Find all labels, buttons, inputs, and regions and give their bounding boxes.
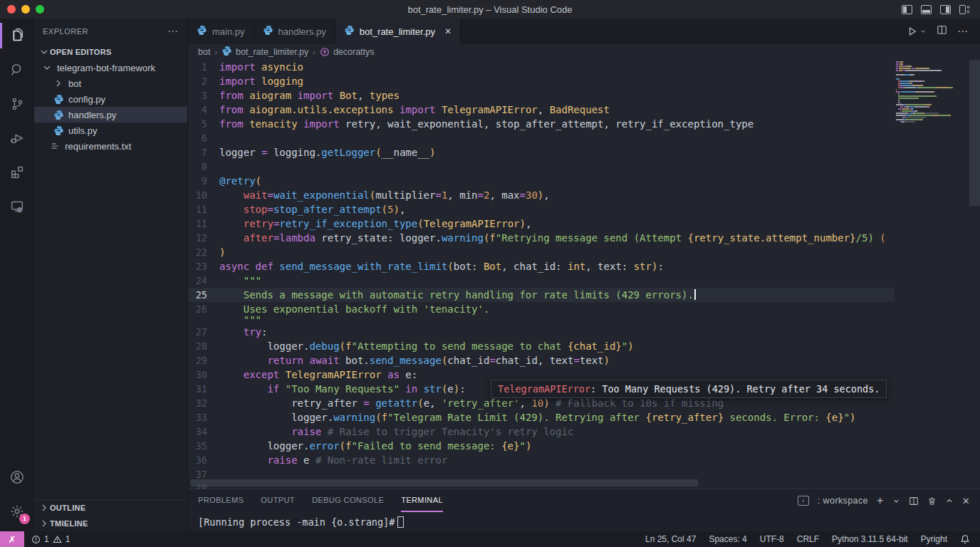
toggle-panel-icon[interactable] xyxy=(921,5,932,14)
line-number: 11 xyxy=(188,217,219,231)
warning-icon xyxy=(53,535,62,544)
code-line-8[interactable]: 8 xyxy=(188,160,895,174)
search-icon[interactable] xyxy=(0,53,34,87)
status-item-ln-25-col-47[interactable]: Ln 25, Col 47 xyxy=(645,534,696,544)
line-number: 27 xyxy=(188,325,219,339)
code-line-4[interactable]: 4from aiogram.utils.exceptions import Te… xyxy=(188,103,895,117)
more-actions-icon[interactable]: ⋯ xyxy=(957,25,969,38)
remote-indicator[interactable]: ✗ xyxy=(0,531,24,547)
status-item-python-3-11-5-64-bit[interactable]: Python 3.11.5 64-bit xyxy=(832,534,908,544)
breadcrumb-item[interactable]: bot xyxy=(198,47,210,57)
status-item-crlf[interactable]: CRLF xyxy=(797,534,819,544)
zoom-window-button[interactable] xyxy=(36,5,44,14)
tree-item-config-py[interactable]: config.py xyxy=(34,91,187,107)
source-control-icon[interactable] xyxy=(0,87,34,121)
sidebar-more-icon[interactable]: ⋯ xyxy=(167,25,179,38)
code-line-3[interactable]: 3from aiogram import Bot, types xyxy=(188,88,895,103)
code-line-11[interactable]: 11 retry=retry_if_exception_type(Telegra… xyxy=(188,217,895,231)
problems-status[interactable]: 1 1 xyxy=(24,534,70,544)
minimap[interactable] xyxy=(896,61,966,127)
remote-explorer-icon[interactable] xyxy=(0,189,34,224)
customize-layout-icon[interactable] xyxy=(959,5,970,14)
tree-item-requirements-txt[interactable]: requirements.txt xyxy=(34,138,187,154)
code-line-6[interactable]: 6 xyxy=(188,131,895,145)
code-line-22[interactable]: 22) xyxy=(188,245,895,259)
tree-item-label: requirements.txt xyxy=(65,141,131,152)
code-line-5[interactable]: 5from tenacity import retry, wait_expone… xyxy=(188,117,895,131)
code-line-31[interactable]: 31 if "Too Many Requests" in str(e):Tele… xyxy=(188,382,895,396)
accounts-icon[interactable] xyxy=(0,460,34,494)
titlebar: bot_rate_limiter.py – Visual Studio Code xyxy=(0,0,980,19)
symbol-icon xyxy=(320,47,330,57)
code-line-32[interactable]: 32 retry_after = getattr(e, 'retry_after… xyxy=(188,396,895,410)
tab-bot-rate-limiter-py[interactable]: bot_rate_limiter.py✕ xyxy=(335,19,461,44)
code-line-7[interactable]: 7logger = logging.getLogger(__name__) xyxy=(188,145,895,160)
code-line-35[interactable]: 35 logger.error(f"Failed to send message… xyxy=(188,439,895,453)
line-text: retry_after = getattr(e, 'retry_after', … xyxy=(219,396,895,410)
tab-handlers-py[interactable]: handlers.py xyxy=(254,19,335,44)
run-debug-icon[interactable] xyxy=(0,121,34,155)
settings-gear-icon[interactable]: 1 xyxy=(0,494,34,528)
code-line-25[interactable]: 25 Sends a message with automatic retry … xyxy=(188,288,895,302)
open-editors-section[interactable]: OPEN EDITORS xyxy=(34,44,187,60)
code-line-29[interactable]: 29 return await bot.send_message(chat_id… xyxy=(188,353,895,368)
minimize-window-button[interactable] xyxy=(21,5,30,14)
status-item-utf-8[interactable]: UTF-8 xyxy=(760,534,784,544)
code-line-2[interactable]: 2import logging xyxy=(188,74,895,88)
split-terminal-icon[interactable] xyxy=(909,496,919,506)
terminal-output[interactable]: [Running process -main {o.strang]# xyxy=(188,512,980,531)
outline-section[interactable]: OUTLINE xyxy=(34,500,187,516)
kill-terminal-trash-icon[interactable] xyxy=(927,496,937,506)
code-line-1[interactable]: 1import asyncio xyxy=(188,60,895,74)
horizontal-scrollbar[interactable] xyxy=(191,479,698,486)
close-window-button[interactable] xyxy=(7,5,16,14)
panel-tab-debug-console[interactable]: DEBUG CONSOLE xyxy=(312,489,384,512)
toggle-sidebar-icon[interactable] xyxy=(902,5,912,14)
line-text: Sends a message with automatic retry han… xyxy=(219,288,895,302)
tree-item-label: bot xyxy=(68,78,81,89)
code-line-26[interactable]: 26 Uses exponential backoff with 'tenaci… xyxy=(188,302,895,316)
terminal-workspace-label[interactable]: : workspace xyxy=(818,496,868,506)
panel-tab-output[interactable]: OUTPUT xyxy=(261,489,295,512)
breadcrumb-item[interactable]: bot_rate_limiter.py xyxy=(221,46,308,58)
close-panel-icon[interactable]: ✕ xyxy=(962,496,970,506)
code-line-23[interactable]: 23async def send_message_with_rate_limit… xyxy=(188,259,895,274)
code-line-x[interactable]: """ xyxy=(188,316,895,325)
panel-tab-problems[interactable]: PROBLEMS xyxy=(198,489,244,512)
code-line-34[interactable]: 34 raise # Raise to trigger Tenacity's r… xyxy=(188,424,895,439)
extensions-icon[interactable] xyxy=(0,155,34,189)
python-icon xyxy=(53,93,64,105)
code-line-12[interactable]: 12 after=lambda retry_state: logger.warn… xyxy=(188,231,895,245)
panel-tab-terminal[interactable]: TERMINAL xyxy=(401,489,443,512)
terminal-dropdown-icon[interactable] xyxy=(892,497,900,505)
code-line-28[interactable]: 28 logger.debug(f"Attempting to send mes… xyxy=(188,339,895,353)
code-line-9[interactable]: 9@retry( xyxy=(188,174,895,188)
text-cursor xyxy=(694,289,696,300)
code-editor[interactable]: 1import asyncio2import logging3from aiog… xyxy=(188,60,980,489)
run-python-file-icon[interactable] xyxy=(907,26,927,36)
tree-item-telegram-bot-framework[interactable]: telegram-bot-framework xyxy=(34,60,187,75)
code-line-27[interactable]: 27 try: xyxy=(188,325,895,339)
split-editor-icon[interactable] xyxy=(937,25,947,38)
tree-item-utils-py[interactable]: utils.py xyxy=(34,123,187,138)
toggle-secondary-sidebar-icon[interactable] xyxy=(940,5,951,14)
new-terminal-icon[interactable]: + xyxy=(877,494,884,507)
notifications-bell-icon[interactable] xyxy=(960,534,970,544)
python-file-icon xyxy=(197,25,207,38)
code-line-36[interactable]: 36 raise e # Non-rate limit error xyxy=(188,453,895,467)
code-line-24[interactable]: 24 """ xyxy=(188,274,895,288)
code-line-11[interactable]: 11 stop=stop_after_attempt(5), xyxy=(188,202,895,217)
breadcrumb-item[interactable]: decorattys xyxy=(320,47,375,57)
timeline-section[interactable]: TMIELINE xyxy=(34,516,187,531)
maximize-panel-icon[interactable] xyxy=(945,496,954,505)
tree-item-handlers-py[interactable]: handlers.py xyxy=(34,107,187,123)
explorer-icon[interactable] xyxy=(0,19,34,53)
tab-main-py[interactable]: main.py xyxy=(188,19,254,44)
close-tab-icon[interactable]: ✕ xyxy=(444,26,452,36)
status-item-pyright[interactable]: Pyright xyxy=(921,534,947,544)
vertical-scrollbar[interactable] xyxy=(969,60,980,206)
code-line-10[interactable]: 10 wait=wait_exponential(multiplier=1, m… xyxy=(188,188,895,202)
code-line-33[interactable]: 33 logger.warning(f"Telegram Rate Limit … xyxy=(188,410,895,424)
tree-item-bot[interactable]: bot xyxy=(34,75,187,91)
status-item-spaces-4[interactable]: Spaces: 4 xyxy=(709,534,746,544)
